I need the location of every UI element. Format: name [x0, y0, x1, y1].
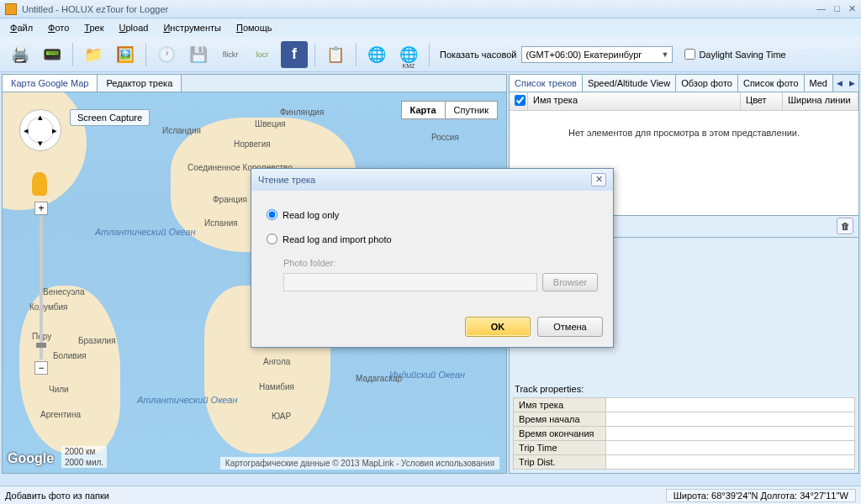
label-angola: Ангола	[263, 357, 290, 366]
close-button[interactable]: ✕	[848, 3, 856, 14]
status-text: Добавить фото из папки	[5, 491, 666, 501]
google-earth-icon[interactable]: 🌐	[363, 41, 390, 68]
label-argentina: Аргентина	[40, 410, 81, 419]
photo-folder-label: Photo folder:	[283, 258, 598, 268]
tab-scroll-left[interactable]: ◀	[833, 79, 846, 87]
tab-photo-overview[interactable]: Обзор фото	[676, 75, 738, 92]
app-icon	[5, 3, 17, 15]
prop-tripdist-label: Trip Dist.	[514, 455, 606, 470]
map-type-satellite[interactable]: Спутник	[446, 102, 497, 118]
tab-track-editor[interactable]: Редактор трека	[98, 75, 182, 92]
menu-photo[interactable]: Фото	[48, 23, 69, 33]
timezone-select[interactable]: (GMT+06:00) Екатеринбург ▼	[521, 46, 673, 63]
cancel-button[interactable]: Отмена	[537, 317, 603, 337]
tab-photo-list[interactable]: Список фото	[738, 75, 805, 92]
prop-end-value	[606, 427, 855, 441]
pegman-icon[interactable]	[32, 172, 47, 196]
label-madagascar: Мадагаскар	[356, 374, 402, 383]
clock-icon[interactable]: 🕐	[153, 41, 180, 68]
map-credit: Картографические данные © 2013 MapLink -…	[220, 457, 499, 470]
tab-google-map[interactable]: Карта Google Map	[3, 75, 98, 92]
tab-speed-altitude[interactable]: Speed/Altitude View	[583, 75, 676, 92]
label-chile: Чили	[49, 385, 69, 394]
track-list-empty: Нет элементов для просмотра в этом предс…	[510, 111, 858, 155]
label-sweden: Швеция	[255, 119, 286, 129]
label-venezuela: Венесуэла	[43, 287, 84, 297]
browse-button: Browser	[542, 273, 598, 291]
prop-name-value	[606, 398, 855, 412]
label-namibia: Намибия	[259, 382, 294, 391]
flickr-icon[interactable]: flickr	[217, 41, 244, 68]
prop-name-label: Имя трека	[514, 398, 606, 412]
map-type-map[interactable]: Карта	[402, 102, 446, 118]
zoom-in-button[interactable]: +	[34, 202, 48, 215]
facebook-icon[interactable]: f	[281, 41, 308, 68]
kmz-icon[interactable]: 🌐KMZ	[395, 41, 422, 68]
statusbar: Добавить фото из папки Широта: 68°39'24'…	[0, 486, 861, 504]
menu-track[interactable]: Трек	[84, 23, 103, 33]
prop-end-label: Время окончания	[514, 427, 606, 441]
col-color[interactable]: Цвет	[741, 92, 783, 110]
zoom-slider-handle[interactable]	[36, 343, 46, 348]
tab-med[interactable]: Med	[805, 75, 833, 92]
prop-start-label: Время начала	[514, 412, 606, 427]
col-track-name[interactable]: Имя трека	[528, 92, 741, 110]
dst-checkbox[interactable]: Daylight Saving Time	[684, 49, 785, 60]
menubar: Файл Фото Трек Upload Инструменты Помощь	[0, 18, 861, 37]
tab-scroll-right[interactable]: ▶	[846, 79, 858, 87]
label-spain: Испания	[204, 218, 238, 228]
status-coordinates: Широта: 68°39'24''N Долгота: 34°27'11''W	[666, 489, 856, 502]
ok-button[interactable]: OK	[465, 317, 531, 337]
timezone-value: (GMT+06:00) Екатеринбург	[526, 50, 642, 60]
memory-icon[interactable]: 💾	[185, 41, 212, 68]
map-pan-control[interactable]: ▴▾ ◂▸	[19, 109, 61, 151]
label-finland: Финляндия	[280, 108, 324, 117]
label-france: Франция	[213, 195, 247, 204]
col-checkbox[interactable]	[510, 92, 528, 110]
dst-label: Daylight Saving Time	[699, 50, 785, 60]
zoom-out-button[interactable]: −	[34, 361, 48, 375]
prop-triptime-value	[606, 441, 855, 455]
ocean-label-atlantic2: Атлантический Океан	[137, 395, 238, 405]
chevron-down-icon: ▼	[661, 50, 668, 59]
menu-upload[interactable]: Upload	[119, 23, 149, 33]
photos-icon[interactable]: 🖼️	[112, 41, 139, 68]
prop-tripdist-value	[606, 455, 855, 470]
label-bolivia: Боливия	[53, 351, 87, 360]
minimize-button[interactable]: —	[816, 3, 826, 14]
google-logo: Google	[8, 451, 54, 466]
dst-checkbox-input[interactable]	[684, 49, 695, 60]
label-iceland: Исландия	[162, 126, 201, 135]
col-line-width[interactable]: Ширина линии	[783, 92, 858, 110]
tab-track-list[interactable]: Список треков	[510, 75, 583, 92]
ocean-label-atlantic: Атлантический Океан	[95, 227, 196, 237]
photo-folder-input	[283, 273, 537, 291]
label-brazil: Бразилия	[78, 336, 116, 345]
locr-icon[interactable]: locr	[249, 41, 276, 68]
menu-help[interactable]: Помощь	[236, 23, 272, 33]
dialog-close-button[interactable]: ✕	[591, 173, 606, 186]
menu-file[interactable]: Файл	[10, 23, 33, 33]
read-track-dialog: Чтение трека ✕ Read log only Read log an…	[251, 168, 614, 348]
scanner-icon[interactable]: 🖨️	[7, 41, 34, 68]
label-russia: Россия	[431, 133, 459, 142]
radio-read-log-import-photo[interactable]: Read log and import photo	[267, 234, 598, 244]
label-norway: Норвегия	[234, 139, 271, 149]
folder-icon[interactable]: 📁	[80, 41, 107, 68]
device-icon[interactable]: 📟	[39, 41, 66, 68]
track-properties: Track properties: Имя трека Время начала…	[509, 379, 859, 474]
delete-track-button[interactable]: 🗑	[837, 218, 853, 234]
export-icon[interactable]: 📋	[322, 41, 349, 68]
radio-read-log-only[interactable]: Read log only	[267, 209, 598, 220]
props-title: Track properties:	[513, 382, 855, 397]
maximize-button[interactable]: □	[834, 3, 840, 14]
zoom-control[interactable]: + −	[34, 202, 48, 375]
screen-capture-button[interactable]: Screen Capture	[70, 109, 150, 126]
menu-tools[interactable]: Инструменты	[163, 23, 221, 33]
titlebar: Untitled - HOLUX ezTour for Logger — □ ✕	[0, 0, 861, 18]
map-type-switcher[interactable]: Карта Спутник	[401, 101, 499, 119]
prop-start-value	[606, 412, 855, 427]
window-title: Untitled - HOLUX ezTour for Logger	[22, 4, 816, 14]
prop-triptime-label: Trip Time	[514, 441, 606, 455]
label-uar: ЮАР	[272, 412, 291, 421]
